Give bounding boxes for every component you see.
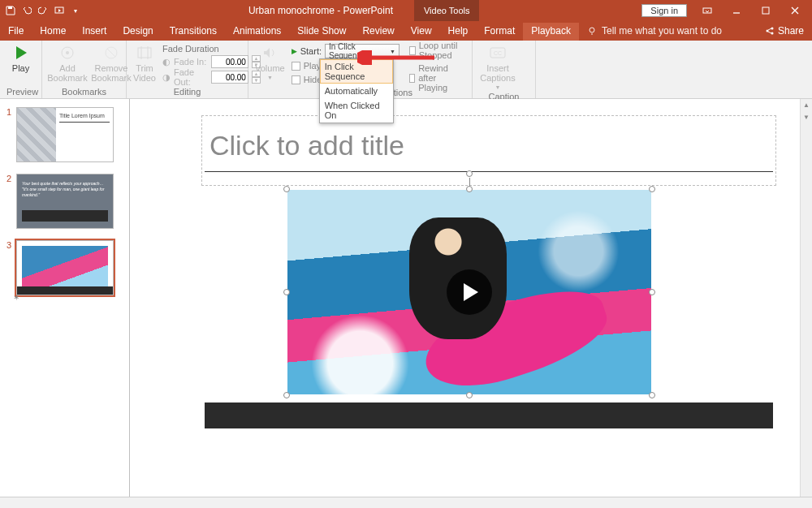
thumbnail-slide-3[interactable]: 3 ✶ xyxy=(0,237,129,304)
ribbon: Play Preview Add Bookmark Remove Bookmar… xyxy=(0,41,812,99)
animation-indicator-icon[interactable]: ✶ xyxy=(13,293,19,302)
start-from-beginning-icon[interactable] xyxy=(54,5,65,16)
close-icon[interactable] xyxy=(781,0,809,21)
slide-canvas[interactable]: Click to add title xyxy=(188,110,789,485)
add-bookmark-icon xyxy=(58,44,76,62)
remove-bookmark-icon xyxy=(102,44,120,62)
video-media-object[interactable] xyxy=(287,190,651,394)
remove-bookmark-button: Remove Bookmark xyxy=(93,44,130,83)
tab-transitions[interactable]: Transitions xyxy=(162,23,225,41)
sign-in-button[interactable]: Sign in xyxy=(641,4,687,17)
remove-bookmark-label: Remove Bookmark xyxy=(91,63,132,83)
play-icon xyxy=(464,283,478,301)
tab-file[interactable]: File xyxy=(0,23,32,41)
rewind-checkbox[interactable] xyxy=(409,74,415,83)
title-bar: ▾ Urban monochrome - PowerPoint Video To… xyxy=(0,0,812,21)
insert-captions-label: Insert Captions xyxy=(479,63,516,83)
slide-thumbnail-panel[interactable]: 1 Title Lorem Ipsum 2 Your best quote th… xyxy=(0,99,130,497)
window-controls xyxy=(693,0,812,21)
svg-point-5 xyxy=(590,28,594,32)
tab-insert[interactable]: Insert xyxy=(74,23,114,41)
share-button[interactable]: Share xyxy=(757,23,812,41)
redo-icon[interactable] xyxy=(37,5,49,16)
save-icon[interactable] xyxy=(5,5,16,16)
status-bar xyxy=(0,497,812,508)
chevron-down-icon: ▼ xyxy=(267,75,273,80)
play-full-screen-checkbox[interactable] xyxy=(292,62,300,71)
document-title: Urban monochrome - PowerPoint xyxy=(248,5,393,16)
svg-line-13 xyxy=(107,49,115,57)
slide-canvas-area[interactable]: Click to add title ▲ ▼ xyxy=(130,99,812,497)
tab-design[interactable]: Design xyxy=(114,23,161,41)
play-label: Play xyxy=(12,63,29,73)
annotation-arrow-icon xyxy=(357,50,438,65)
thumbnail-preview[interactable]: Your best quote that reflects your appro… xyxy=(16,174,114,229)
thumbnail-title: Title Lorem Ipsum xyxy=(59,113,105,118)
play-button[interactable]: Play xyxy=(6,44,35,73)
thumbnail-number: 3 xyxy=(6,240,13,295)
resize-handle-ne[interactable] xyxy=(649,186,655,192)
add-bookmark-button: Add Bookmark xyxy=(49,44,86,83)
tab-slideshow[interactable]: Slide Show xyxy=(289,23,354,41)
start-option-automatically[interactable]: Automatically xyxy=(320,84,393,98)
fade-in-icon: ◐ xyxy=(162,57,171,67)
tab-playback[interactable]: Playback xyxy=(523,23,579,41)
start-option-when-clicked-on[interactable]: When Clicked On xyxy=(320,98,393,123)
fade-in-input[interactable] xyxy=(211,55,248,68)
thumbnail-quote: Your best quote that reflects your appro… xyxy=(22,181,108,198)
captions-icon: CC xyxy=(489,44,507,62)
fade-out-label: Fade Out: xyxy=(174,67,208,87)
thumbnail-preview[interactable] xyxy=(16,240,114,295)
thumbnail-preview[interactable]: Title Lorem Ipsum xyxy=(16,107,114,162)
scroll-up-icon[interactable]: ▲ xyxy=(801,99,812,111)
share-icon xyxy=(765,26,775,36)
vertical-scrollbar[interactable]: ▲ ▼ xyxy=(800,99,812,497)
add-bookmark-label: Add Bookmark xyxy=(47,63,88,83)
lightbulb-icon xyxy=(587,26,597,36)
tab-home[interactable]: Home xyxy=(32,23,74,41)
start-play-icon: ▶ xyxy=(292,47,297,55)
resize-handle-sw[interactable] xyxy=(283,392,290,398)
qat-more-icon[interactable]: ▾ xyxy=(70,5,81,16)
thumbnail-slide-2[interactable]: 2 Your best quote that reflects your app… xyxy=(0,170,129,237)
start-dropdown[interactable]: In Click Sequence Automatically When Cli… xyxy=(319,58,394,123)
svg-rect-0 xyxy=(8,6,12,9)
thumbnail-number: 1 xyxy=(6,107,13,162)
fade-out-icon: ◑ xyxy=(162,72,171,83)
tab-help[interactable]: Help xyxy=(440,23,477,41)
undo-icon[interactable] xyxy=(21,5,32,16)
minimize-icon[interactable] xyxy=(723,0,750,21)
resize-handle-s[interactable] xyxy=(466,392,473,398)
chevron-down-icon: ▼ xyxy=(495,84,501,90)
resize-handle-nw[interactable] xyxy=(283,186,290,192)
thumbnail-slide-1[interactable]: 1 Title Lorem Ipsum xyxy=(0,104,129,170)
resize-handle-n[interactable] xyxy=(466,186,473,192)
title-placeholder[interactable]: Click to add title xyxy=(205,127,773,172)
thumbnail-number: 2 xyxy=(6,174,13,229)
hide-not-playing-checkbox[interactable] xyxy=(292,75,300,84)
tell-me-label: Tell me what you want to do xyxy=(602,25,722,37)
tell-me-search[interactable]: Tell me what you want to do xyxy=(579,23,730,41)
volume-icon xyxy=(261,44,279,62)
resize-handle-se[interactable] xyxy=(649,392,655,398)
decorative-bar xyxy=(205,403,773,428)
context-tab-video-tools: Video Tools xyxy=(414,0,479,21)
group-label-bookmarks: Bookmarks xyxy=(49,85,119,97)
tab-review[interactable]: Review xyxy=(354,23,402,41)
resize-handle-w[interactable] xyxy=(283,289,290,295)
work-area: 1 Title Lorem Ipsum 2 Your best quote th… xyxy=(0,99,812,497)
scroll-down-icon[interactable]: ▼ xyxy=(801,111,812,123)
rotate-handle[interactable] xyxy=(466,170,473,177)
resize-handle-e[interactable] xyxy=(649,289,655,295)
ribbon-options-icon[interactable] xyxy=(693,0,721,21)
maximize-icon[interactable] xyxy=(752,0,780,21)
video-play-overlay[interactable] xyxy=(447,269,492,315)
tab-format[interactable]: Format xyxy=(476,23,523,41)
tab-view[interactable]: View xyxy=(403,23,440,41)
fade-out-input[interactable] xyxy=(211,71,248,84)
insert-captions-button: CC Insert Captions ▼ xyxy=(479,44,516,90)
svg-text:CC: CC xyxy=(494,50,502,56)
tab-animations[interactable]: Animations xyxy=(225,23,289,41)
trim-video-icon xyxy=(136,44,153,62)
volume-label: Volume xyxy=(255,63,285,73)
